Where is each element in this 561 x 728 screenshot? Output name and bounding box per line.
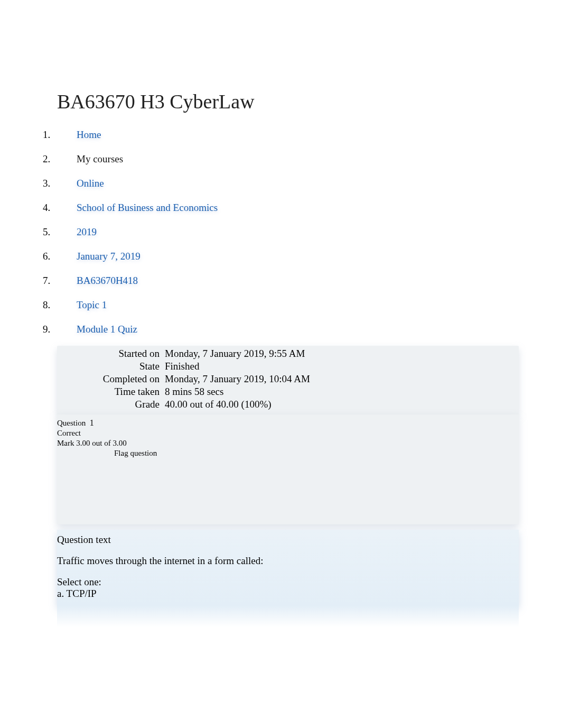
breadcrumb-link-date[interactable]: January 7, 2019	[77, 251, 141, 262]
breadcrumb-link-school[interactable]: School of Business and Economics	[77, 202, 218, 213]
breadcrumb: Home My courses Online School of Busines…	[42, 129, 519, 335]
option-prefix: a.	[57, 588, 64, 599]
option-text: TCP/IP	[67, 588, 97, 599]
breadcrumb-link-topic[interactable]: Topic 1	[77, 299, 107, 310]
summary-row: State Finished	[61, 361, 515, 373]
flag-question-link[interactable]: Flag question	[57, 448, 519, 458]
breadcrumb-link-online[interactable]: Online	[77, 178, 104, 189]
question-label: Question	[57, 419, 86, 427]
question-text-heading: Question text	[57, 534, 515, 546]
quiz-summary: Started on Monday, 7 January 2019, 9:55 …	[57, 346, 519, 414]
breadcrumb-item: My courses	[53, 153, 519, 165]
breadcrumb-item: Online	[53, 178, 519, 189]
breadcrumb-item: Topic 1	[53, 299, 519, 311]
fade-overlay	[57, 606, 519, 627]
question-number: 1	[90, 418, 94, 427]
question-number-row: Question 1	[57, 418, 519, 428]
question-header: Question 1 Correct Mark 3.00 out of 3.00…	[57, 414, 519, 524]
breadcrumb-item: 2019	[53, 226, 519, 238]
breadcrumb-item: School of Business and Economics	[53, 202, 519, 214]
summary-value-completedon: Monday, 7 January 2019, 10:04 AM	[164, 373, 515, 386]
summary-value-grade: 40.00 out of 40.00 (100%)	[164, 399, 515, 411]
summary-row: Grade 40.00 out of 40.00 (100%)	[61, 399, 515, 411]
page-title: BA63670 H3 CyberLaw	[57, 90, 519, 113]
summary-value-timetaken: 8 mins 58 secs	[164, 386, 515, 399]
summary-value-startedon: Monday, 7 January 2019, 9:55 AM	[164, 348, 515, 361]
answer-option-a[interactable]: a. TCP/IP	[57, 588, 515, 600]
select-one-label: Select one:	[57, 576, 515, 588]
breadcrumb-link-home[interactable]: Home	[77, 129, 101, 140]
breadcrumb-text-mycourses: My courses	[77, 153, 123, 164]
breadcrumb-item: Home	[53, 129, 519, 141]
summary-label-startedon: Started on	[61, 348, 164, 361]
question-text: Traffic moves through the internet in a …	[57, 555, 515, 567]
summary-label-completedon: Completed on	[61, 373, 164, 386]
breadcrumb-item: BA63670H418	[53, 275, 519, 287]
breadcrumb-link-quiz[interactable]: Module 1 Quiz	[77, 324, 137, 335]
summary-row: Completed on Monday, 7 January 2019, 10:…	[61, 373, 515, 386]
breadcrumb-link-course[interactable]: BA63670H418	[77, 275, 138, 286]
question-status: Correct	[57, 428, 519, 438]
summary-label-grade: Grade	[61, 399, 164, 411]
summary-row: Time taken 8 mins 58 secs	[61, 386, 515, 399]
question-mark: Mark 3.00 out of 3.00	[57, 438, 519, 448]
summary-label-timetaken: Time taken	[61, 386, 164, 399]
summary-label-state: State	[61, 361, 164, 373]
question-body: Question text Traffic moves through the …	[57, 530, 519, 606]
summary-value-state: Finished	[164, 361, 515, 373]
breadcrumb-item: Module 1 Quiz	[53, 324, 519, 335]
breadcrumb-item: January 7, 2019	[53, 251, 519, 262]
breadcrumb-link-year[interactable]: 2019	[77, 226, 97, 237]
summary-row: Started on Monday, 7 January 2019, 9:55 …	[61, 348, 515, 361]
